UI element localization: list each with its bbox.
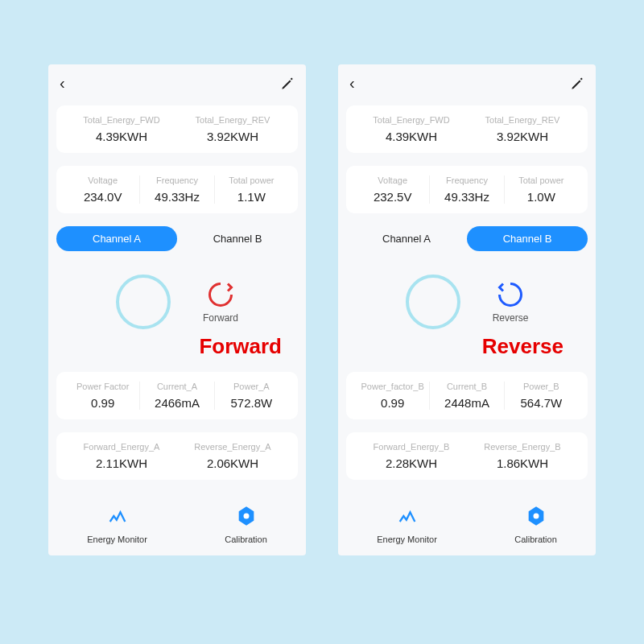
reverse-energy-label: Reverse_Energy_A: [194, 442, 270, 452]
power-value: 564.7W: [520, 396, 562, 410]
nav-calibration[interactable]: Calibration: [514, 502, 557, 544]
activity-ring-icon: [116, 275, 171, 329]
total-fwd-value: 4.39KWH: [386, 130, 437, 143]
direction-indicator: Reverse: [493, 280, 529, 324]
nav-calibration-label: Calibration: [514, 535, 557, 544]
total-fwd-label: Total_Energy_FWD: [83, 115, 159, 125]
direction-visual: Forward Forward: [56, 266, 298, 338]
forward-arrow-icon: [206, 280, 235, 309]
header: ‹: [48, 64, 306, 99]
nav-energy-monitor-label: Energy Monitor: [87, 535, 147, 544]
channel-energy-card: Forward_Energy_A2.11KWH Reverse_Energy_A…: [56, 432, 298, 480]
voltage-label: Voltage: [88, 175, 118, 185]
channel-stats-card: Power_factor_B0.99 Current_B2448mA Power…: [346, 372, 588, 419]
header: ‹: [338, 64, 596, 99]
channel-energy-card: Forward_Energy_B2.28KWH Reverse_Energy_B…: [346, 432, 588, 480]
direction-indicator: Forward: [203, 280, 238, 324]
total-energy-card: Total_Energy_FWD4.39KWH Total_Energy_REV…: [346, 105, 588, 153]
nav-energy-monitor-label: Energy Monitor: [377, 535, 437, 544]
total-power-value: 1.0W: [527, 190, 555, 204]
total-energy-card: Total_Energy_FWD4.39KWH Total_Energy_REV…: [56, 105, 298, 153]
back-button[interactable]: ‹: [349, 74, 355, 93]
current-label: Current_A: [157, 382, 197, 391]
gear-icon: [233, 502, 260, 530]
current-value: 2448mA: [444, 396, 489, 410]
total-power-value: 1.1W: [237, 190, 266, 204]
total-rev-label: Total_Energy_REV: [485, 115, 560, 125]
channel-tabs: Channel A Channel B: [56, 226, 298, 251]
edit-button[interactable]: [280, 76, 295, 91]
total-fwd-label: Total_Energy_FWD: [373, 115, 449, 125]
forward-energy-label: Forward_Energy_B: [374, 442, 450, 452]
current-label: Current_B: [447, 382, 487, 391]
nav-calibration[interactable]: Calibration: [225, 502, 267, 544]
frequency-value: 49.33Hz: [444, 190, 489, 204]
voltage-value: 234.0V: [84, 190, 122, 204]
tab-channel-a[interactable]: Channel A: [346, 226, 467, 251]
bottom-nav: Energy Monitor Calibration: [338, 491, 596, 555]
direction-visual: Reverse Reverse: [346, 266, 588, 338]
frequency-label: Frequency: [446, 175, 488, 185]
realtime-card: Voltage234.0V Frequency49.33Hz Total pow…: [56, 166, 298, 213]
forward-energy-value: 2.28KWH: [386, 456, 437, 470]
total-rev-value: 3.92KWH: [497, 130, 548, 143]
channel-stats-card: Power Factor0.99 Current_A2466mA Power_A…: [56, 372, 298, 419]
chart-icon: [394, 502, 421, 530]
phone-right: ‹ Total_Energy_FWD4.39KWH Total_Energy_R…: [338, 64, 596, 555]
forward-energy-label: Forward_Energy_A: [84, 442, 160, 452]
gear-icon: [522, 502, 550, 530]
reverse-energy-value: 1.86KWH: [497, 456, 548, 470]
pencil-icon: [570, 76, 584, 91]
voltage-value: 232.5V: [374, 190, 412, 204]
phone-left: ‹ Total_Energy_FWD4.39KWH Total_Energy_R…: [48, 64, 306, 555]
tab-channel-b[interactable]: Channel B: [467, 226, 588, 251]
channel-tabs: Channel A Channel B: [346, 226, 588, 251]
realtime-card: Voltage232.5V Frequency49.33Hz Total pow…: [346, 166, 588, 213]
svg-point-4: [533, 514, 539, 519]
forward-energy-value: 2.11KWH: [96, 456, 147, 470]
frequency-value: 49.33Hz: [155, 190, 200, 204]
nav-calibration-label: Calibration: [225, 535, 267, 544]
bottom-nav: Energy Monitor Calibration: [48, 491, 306, 555]
voltage-label: Voltage: [378, 175, 407, 185]
power-label: Power_B: [523, 382, 559, 391]
total-power-label: Total power: [518, 175, 564, 185]
tab-channel-b[interactable]: Channel B: [177, 226, 298, 251]
total-fwd-value: 4.39KWH: [96, 130, 147, 143]
total-power-label: Total power: [229, 175, 274, 185]
chart-icon: [104, 502, 131, 530]
power-label: Power_A: [233, 382, 270, 391]
total-rev-label: Total_Energy_REV: [196, 115, 270, 125]
activity-ring-icon: [406, 275, 460, 329]
pencil-icon: [280, 76, 295, 91]
direction-overlay-text: Forward: [199, 334, 282, 359]
reverse-energy-label: Reverse_Energy_B: [484, 442, 560, 452]
direction-label: Forward: [203, 312, 238, 324]
frequency-label: Frequency: [156, 175, 198, 185]
reverse-arrow-icon: [496, 280, 525, 309]
current-value: 2466mA: [155, 396, 200, 410]
reverse-energy-value: 2.06KWH: [207, 456, 258, 470]
power-value: 572.8W: [230, 396, 272, 410]
total-rev-value: 3.92KWH: [207, 130, 258, 143]
tab-channel-a[interactable]: Channel A: [56, 226, 177, 251]
nav-energy-monitor[interactable]: Energy Monitor: [87, 502, 147, 544]
power-factor-label: Power Factor: [76, 382, 129, 391]
edit-button[interactable]: [570, 76, 584, 91]
nav-energy-monitor[interactable]: Energy Monitor: [377, 502, 437, 544]
svg-point-2: [243, 514, 249, 519]
power-factor-value: 0.99: [381, 396, 404, 410]
power-factor-value: 0.99: [91, 396, 114, 410]
direction-label: Reverse: [493, 312, 529, 324]
power-factor-label: Power_factor_B: [361, 382, 424, 391]
back-button[interactable]: ‹: [60, 74, 65, 93]
direction-overlay-text: Reverse: [482, 334, 564, 359]
